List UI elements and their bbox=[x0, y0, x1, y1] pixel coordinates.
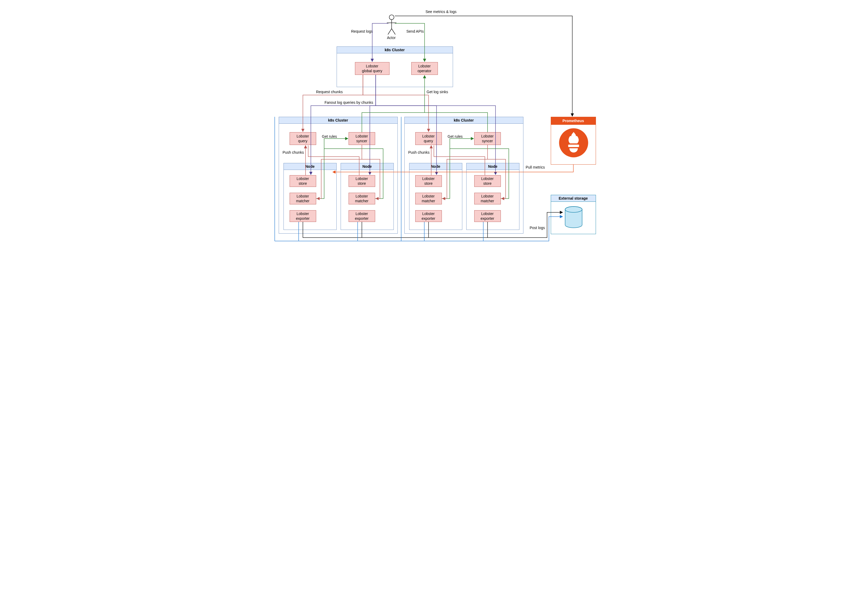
label-get-rules-1: Get rules bbox=[322, 134, 337, 139]
left-lobster-query: Lobster query bbox=[289, 132, 316, 145]
cylinder-icon bbox=[564, 206, 583, 229]
node3-exporter: Lobster exporter bbox=[415, 210, 442, 222]
label-push-chunks-2: Push chunks bbox=[408, 150, 429, 155]
label-pull-metrics: Pull metrics bbox=[526, 165, 545, 169]
label-see-metrics: See metrics & logs bbox=[426, 9, 457, 14]
node1-store: Lobster store bbox=[289, 175, 316, 187]
node2-matcher: Lobster matcher bbox=[348, 193, 375, 205]
label-post-logs: Post logs bbox=[530, 226, 545, 230]
external-storage-title: External storage bbox=[551, 195, 596, 202]
right-lobster-query: Lobster query bbox=[415, 132, 442, 145]
label-push-chunks-1: Push chunks bbox=[283, 150, 304, 155]
top-k8s-title: k8s Cluster bbox=[337, 47, 453, 53]
label-send-apis: Send APIs bbox=[406, 29, 424, 33]
lobster-global-query: Lobster global query bbox=[355, 62, 389, 75]
right-lobster-syncer: Lobster syncer bbox=[474, 132, 501, 145]
label-request-chunks: Request chunks bbox=[316, 90, 343, 94]
svg-point-8 bbox=[565, 206, 582, 212]
right-k8s-title: k8s Cluster bbox=[404, 117, 523, 124]
node-3-title: Node bbox=[409, 163, 462, 170]
node4-store: Lobster store bbox=[474, 175, 501, 187]
node4-exporter: Lobster exporter bbox=[474, 210, 501, 222]
node3-store: Lobster store bbox=[415, 175, 442, 187]
node1-exporter: Lobster exporter bbox=[289, 210, 316, 222]
prometheus-title: Prometheus bbox=[551, 117, 596, 125]
node4-matcher: Lobster matcher bbox=[474, 193, 501, 205]
prometheus-icon bbox=[558, 128, 589, 158]
label-request-logs: Request logs bbox=[351, 29, 373, 33]
svg-point-7 bbox=[565, 206, 582, 212]
node2-exporter: Lobster exporter bbox=[348, 210, 375, 222]
node-2-title: Node bbox=[341, 163, 394, 170]
label-get-rules-2: Get rules bbox=[448, 134, 463, 139]
label-fanout: Fanout log queries by chunks bbox=[325, 100, 373, 105]
node3-matcher: Lobster matcher bbox=[415, 193, 442, 205]
left-k8s-title: k8s Cluster bbox=[279, 117, 397, 124]
node-4-title: Node bbox=[467, 163, 519, 170]
node-1-title: Node bbox=[284, 163, 336, 170]
svg-point-5 bbox=[559, 128, 588, 157]
external-storage-box: External storage bbox=[551, 195, 596, 234]
label-get-log-sinks: Get log sinks bbox=[427, 90, 448, 94]
diagram-canvas: Actor See metrics & logs Request logs Se… bbox=[264, 0, 604, 244]
svg-point-0 bbox=[389, 15, 394, 20]
left-lobster-syncer: Lobster syncer bbox=[348, 132, 375, 145]
node1-matcher: Lobster matcher bbox=[289, 193, 316, 205]
svg-line-4 bbox=[392, 29, 395, 34]
actor-label: Actor bbox=[387, 36, 396, 40]
svg-rect-6 bbox=[568, 145, 579, 147]
prometheus-box: Prometheus bbox=[551, 117, 596, 164]
svg-line-3 bbox=[388, 29, 392, 34]
node2-store: Lobster store bbox=[348, 175, 375, 187]
lobster-operator: Lobster operator bbox=[411, 62, 438, 75]
